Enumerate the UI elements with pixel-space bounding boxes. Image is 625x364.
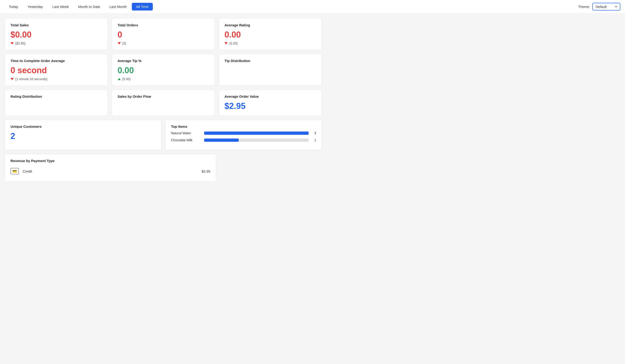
card-sales-by-order-flow: Sales by Order Flow [112, 90, 215, 116]
card-top-items: Top Items Natural Water3Chocolate Milk1 [165, 120, 322, 150]
average-rating-value: 0.00 [224, 30, 316, 40]
credit-icon: 💳 [10, 168, 19, 174]
revenue-value: $2.95 [202, 169, 210, 173]
time-complete-title: Time to Complete Order Average [10, 59, 102, 63]
total-sales-value: $0.00 [10, 30, 102, 40]
nav-last-week[interactable]: Last Week [48, 3, 73, 10]
total-sales-delta: ($2.95) [10, 41, 102, 45]
card-rating-distribution: Rating Distribution [5, 90, 108, 116]
theme-label: Theme: [578, 5, 590, 9]
nav-month-to-date[interactable]: Month to Date [74, 3, 104, 10]
row-5: Revenue by Payment Type 💳Credit$2.95 [5, 154, 322, 182]
tip-distribution-title: Tip Distribution [224, 59, 316, 63]
card-average-tip: Average Tip % 0.00 (0.00) [112, 54, 215, 86]
top-items-title: Top Items [171, 124, 316, 128]
top-items-list: Natural Water3Chocolate Milk1 [171, 131, 316, 142]
rating-distribution-title: Rating Distribution [10, 94, 102, 98]
card-time-complete: Time to Complete Order Average 0 second … [5, 54, 108, 86]
time-complete-arrow-down [10, 78, 14, 80]
revenue-payment-title: Revenue by Payment Type [10, 159, 210, 163]
card-average-rating: Average Rating 0.00 (5.00) [219, 18, 322, 50]
main-content: Total Sales $0.00 ($2.95) Total Orders 0… [0, 14, 327, 186]
average-order-value-value: $2.95 [224, 101, 316, 111]
average-rating-delta-value: (5.00) [229, 41, 238, 45]
average-rating-arrow-down [224, 42, 228, 45]
average-tip-title: Average Tip % [118, 59, 209, 63]
average-tip-arrow-up [118, 78, 121, 80]
revenue-row: 💳Credit$2.95 [10, 166, 210, 177]
bar-container [204, 131, 309, 135]
card-total-orders: Total Orders 0 (3) [112, 18, 215, 50]
unique-customers-title: Unique Customers [10, 124, 156, 128]
top-item-row: Natural Water3 [171, 131, 316, 135]
average-order-value-title: Average Order Value [224, 94, 316, 98]
unique-customers-value: 2 [10, 131, 156, 141]
bar-container [204, 139, 309, 142]
total-orders-value: 0 [118, 30, 209, 40]
card-unique-customers: Unique Customers 2 [5, 120, 161, 150]
nav-yesterday[interactable]: Yesterday [23, 3, 47, 10]
nav-today[interactable]: Today [5, 3, 22, 10]
total-orders-arrow-down [118, 42, 121, 45]
nav-last-month[interactable]: Last Month [105, 3, 131, 10]
total-sales-arrow-down [10, 42, 14, 45]
average-rating-delta: (5.00) [224, 41, 316, 45]
row-3: Rating Distribution Sales by Order Flow … [5, 90, 322, 116]
average-rating-title: Average Rating [224, 23, 316, 27]
item-count: 3 [312, 131, 316, 135]
item-name: Chocolate Milk [171, 138, 201, 142]
sales-by-order-flow-title: Sales by Order Flow [118, 94, 209, 98]
theme-section: Theme: Default [578, 3, 620, 10]
card-tip-distribution: Tip Distribution [219, 54, 322, 86]
top-nav: Today Yesterday Last Week Month to Date … [0, 0, 625, 14]
row-1: Total Sales $0.00 ($2.95) Total Orders 0… [5, 18, 322, 50]
card-average-order-value: Average Order Value $2.95 [219, 90, 322, 116]
card-total-sales: Total Sales $0.00 ($2.95) [5, 18, 108, 50]
average-tip-delta: (0.00) [118, 77, 209, 81]
row-4: Unique Customers 2 Top Items Natural Wat… [5, 120, 322, 150]
time-complete-delta-value: (1 minute 33 seconds) [15, 77, 48, 81]
total-orders-title: Total Orders [118, 23, 209, 27]
time-complete-value: 0 second [10, 65, 102, 75]
average-tip-delta-value: (0.00) [122, 77, 131, 81]
total-sales-delta-value: ($2.95) [15, 41, 26, 45]
card-revenue-payment: Revenue by Payment Type 💳Credit$2.95 [5, 154, 216, 182]
item-count: 1 [312, 138, 316, 142]
nav-all-time[interactable]: All Time [132, 3, 153, 10]
time-complete-delta: (1 minute 33 seconds) [10, 77, 102, 81]
bar-fill [204, 139, 239, 142]
average-tip-value: 0.00 [118, 65, 209, 75]
bar-fill [204, 131, 309, 135]
total-orders-delta: (3) [118, 41, 209, 45]
theme-select[interactable]: Default [592, 3, 620, 10]
top-item-row: Chocolate Milk1 [171, 138, 316, 142]
total-orders-delta-value: (3) [122, 41, 126, 45]
row-2: Time to Complete Order Average 0 second … [5, 54, 322, 86]
total-sales-title: Total Sales [10, 23, 102, 27]
revenue-payment-list: 💳Credit$2.95 [10, 166, 210, 177]
item-name: Natural Water [171, 131, 201, 135]
revenue-label: Credit [23, 169, 32, 173]
